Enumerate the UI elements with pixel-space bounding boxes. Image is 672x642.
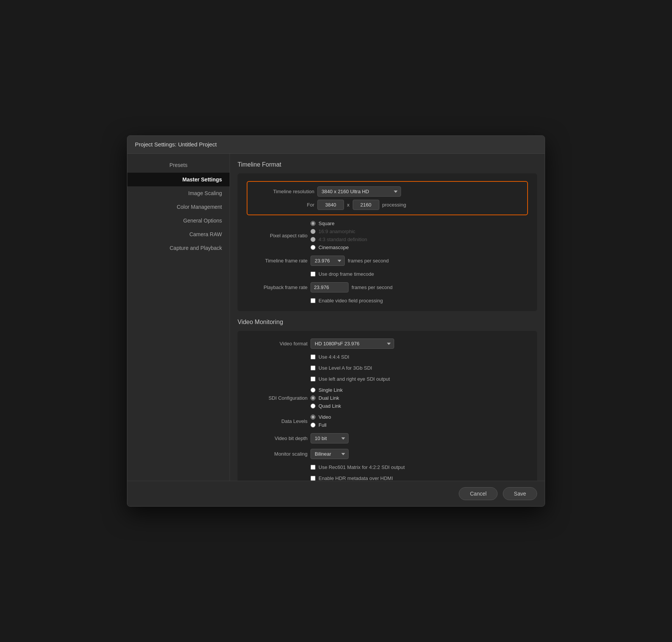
title-bar: Project Settings: Untitled Project: [127, 136, 545, 154]
for-label: For: [254, 202, 314, 208]
video-monitoring-panel: Video format HD 1080PsF 23.976 HD 1080i …: [238, 331, 537, 481]
sidebar-item-general-options[interactable]: General Options: [127, 214, 230, 227]
video-field-checkbox[interactable]: [311, 298, 315, 303]
sdi-config-radio-group: Single Link Dual Link Quad Link: [311, 387, 343, 409]
single-link-row: Single Link: [311, 387, 343, 393]
hdr-row: Enable HDR metadata over HDMI: [311, 475, 528, 481]
hdr-label: Enable HDR metadata over HDMI: [319, 475, 393, 481]
playback-frame-rate-label: Playback frame rate: [247, 284, 307, 290]
sidebar-item-camera-raw[interactable]: Camera RAW: [127, 227, 230, 241]
cinemascope-label: Cinemascope: [319, 245, 349, 250]
sdi-config-label: SDI Configuration: [247, 395, 307, 401]
processing-row: For x processing: [254, 200, 521, 210]
frame-rate-select[interactable]: 23.976 24 25 29.97: [311, 256, 345, 266]
full-level-label: Full: [319, 422, 326, 428]
rec601-label: Use Rec601 Matrix for 4:2:2 SDI output: [319, 464, 405, 470]
processing-label: processing: [382, 202, 406, 208]
resolution-row: Timeline resolution 3840 x 2160 Ultra HD…: [254, 186, 521, 197]
anamorphic-radio[interactable]: [311, 229, 315, 234]
use-444-label: Use 4:4:4 SDI: [319, 354, 349, 360]
monitor-scaling-select[interactable]: Bilinear Nearest Bicubic: [311, 449, 349, 459]
video-level-radio[interactable]: [311, 415, 315, 420]
dual-link-row: Dual Link: [311, 395, 343, 401]
sdi-config-row: SDI Configuration Single Link Dual Link: [247, 387, 528, 409]
width-input[interactable]: [317, 200, 344, 210]
use-left-right-label: Use left and right eye SDI output: [319, 376, 390, 382]
single-link-radio[interactable]: [311, 388, 315, 393]
timeline-format-title: Timeline Format: [238, 161, 537, 168]
timeline-frame-rate-label: Timeline frame rate: [247, 258, 307, 264]
monitor-scaling-label: Monitor scaling: [247, 451, 307, 457]
video-format-row: Video format HD 1080PsF 23.976 HD 1080i …: [247, 338, 528, 349]
sidebar-item-master-settings[interactable]: Master Settings: [127, 173, 230, 186]
footer: Cancel Save: [127, 481, 545, 506]
video-format-select[interactable]: HD 1080PsF 23.976 HD 1080i 29.97 HD 720p…: [311, 338, 394, 349]
video-monitoring-title: Video Monitoring: [238, 319, 537, 326]
timeline-format-panel: Timeline resolution 3840 x 2160 Ultra HD…: [238, 173, 537, 311]
hdr-checkbox[interactable]: [311, 476, 315, 481]
single-link-label: Single Link: [319, 387, 343, 393]
sidebar-presets-label: Presets: [127, 157, 230, 173]
quad-link-row: Quad Link: [311, 403, 343, 409]
anamorphic-label: 16:9 anamorphic: [319, 229, 355, 234]
dual-link-label: Dual Link: [319, 395, 339, 401]
dual-link-radio[interactable]: [311, 396, 315, 400]
bit-depth-select[interactable]: 10 bit 8 bit 12 bit: [311, 433, 349, 443]
frame-rate-unit: frames per second: [348, 258, 389, 264]
playback-frame-rate-input[interactable]: [311, 282, 349, 292]
quad-link-label: Quad Link: [319, 403, 341, 409]
rec601-row: Use Rec601 Matrix for 4:2:2 SDI output: [311, 464, 528, 470]
content-area: Presets Master Settings Image Scaling Co…: [127, 154, 545, 481]
video-format-label: Video format: [247, 341, 307, 346]
sidebar: Presets Master Settings Image Scaling Co…: [127, 154, 230, 481]
use-level-a-label: Use Level A for 3Gb SDI: [319, 365, 372, 371]
sidebar-item-capture-playback[interactable]: Capture and Playback: [127, 241, 230, 255]
use-left-right-row: Use left and right eye SDI output: [311, 376, 528, 382]
data-levels-label: Data Levels: [247, 418, 307, 424]
project-settings-dialog: Project Settings: Untitled Project Prese…: [127, 135, 545, 507]
timeline-frame-rate-row: Timeline frame rate 23.976 24 25 29.97 f…: [247, 256, 528, 266]
bit-depth-label: Video bit depth: [247, 435, 307, 441]
standard-def-label: 4:3 standard definition: [319, 237, 367, 242]
full-level-radio[interactable]: [311, 423, 315, 427]
data-levels-radio-group: Video Full: [311, 414, 331, 428]
playback-rate-unit: frames per second: [352, 284, 393, 290]
use-444-row: Use 4:4:4 SDI: [311, 354, 528, 360]
sidebar-item-image-scaling[interactable]: Image Scaling: [127, 186, 230, 200]
video-field-label: Enable video field processing: [319, 298, 383, 304]
sidebar-item-color-management[interactable]: Color Management: [127, 200, 230, 214]
save-button[interactable]: Save: [503, 487, 537, 500]
standard-def-radio-row: 4:3 standard definition: [311, 237, 367, 242]
full-level-row: Full: [311, 422, 331, 428]
use-444-checkbox[interactable]: [311, 354, 315, 359]
dialog-title: Project Settings: Untitled Project: [135, 141, 217, 148]
playback-frame-rate-row: Playback frame rate frames per second: [247, 282, 528, 292]
use-left-right-checkbox[interactable]: [311, 377, 315, 381]
rec601-checkbox[interactable]: [311, 465, 315, 470]
use-level-a-row: Use Level A for 3Gb SDI: [311, 365, 528, 371]
cinemascope-radio-row: Cinemascope: [311, 245, 367, 250]
standard-def-radio[interactable]: [311, 237, 315, 242]
main-content: Timeline Format Timeline resolution 3840…: [230, 154, 545, 481]
x-separator: x: [347, 202, 350, 208]
data-levels-row: Data Levels Video Full: [247, 414, 528, 428]
drop-frame-row: Use drop frame timecode: [311, 271, 528, 277]
pixel-aspect-radio-group: Square 16:9 anamorphic 4:3 standard defi…: [311, 221, 367, 250]
cancel-button[interactable]: Cancel: [459, 487, 498, 500]
height-input[interactable]: [353, 200, 379, 210]
resolution-label: Timeline resolution: [254, 189, 314, 194]
drop-frame-label: Use drop frame timecode: [319, 271, 374, 277]
square-label: Square: [319, 221, 334, 226]
bit-depth-row: Video bit depth 10 bit 8 bit 12 bit: [247, 433, 528, 443]
use-level-a-checkbox[interactable]: [311, 365, 315, 370]
pixel-aspect-label: Pixel aspect ratio: [247, 233, 307, 238]
video-field-row: Enable video field processing: [311, 298, 528, 304]
resolution-select[interactable]: 3840 x 2160 Ultra HD 1920 x 1080 HD 1280…: [317, 186, 401, 197]
anamorphic-radio-row: 16:9 anamorphic: [311, 229, 367, 234]
quad-link-radio[interactable]: [311, 404, 315, 408]
drop-frame-checkbox[interactable]: [311, 272, 315, 277]
square-radio[interactable]: [311, 221, 315, 226]
cinemascope-radio[interactable]: [311, 245, 315, 250]
resolution-highlight-box: Timeline resolution 3840 x 2160 Ultra HD…: [247, 181, 528, 215]
pixel-aspect-row: Pixel aspect ratio Square 16:9 anamorphi…: [247, 221, 528, 250]
